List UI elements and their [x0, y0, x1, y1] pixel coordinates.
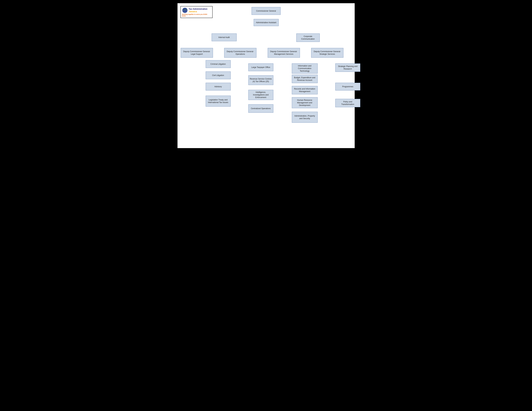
logo-box: Tax Administration Jamaica Working toget… — [180, 6, 213, 18]
strategic-planning-box: Strategic Planning and Research — [335, 64, 360, 72]
centralized-operations-box: Centralized Operations — [248, 104, 273, 113]
policy-transformation-box: Policy and Transformation — [335, 99, 360, 107]
intelligence-box: Intelligence, Investigations and Enforce… — [248, 90, 273, 100]
page: Tax Administration Jamaica Working toget… — [178, 3, 355, 148]
deputy-operations-box: Deputy Commissioner General- Operations — [224, 48, 256, 58]
internal-audit-box: Internal Audit — [212, 34, 237, 41]
programmes-box: Programmes — [335, 83, 360, 91]
ict-box: Information and Communication Technology — [292, 64, 318, 74]
logo-area: Tax Administration Jamaica Working toget… — [180, 6, 213, 18]
civil-litigation-box: Civil Litigation — [206, 72, 231, 79]
advisory-box: Advisory — [206, 83, 231, 91]
deputy-strategic-box: Deputy Commissioner General- Strategic S… — [311, 48, 343, 58]
commissioner-general-box: Commissioner General — [252, 7, 281, 15]
budget-expenditure-box: Budget, Expenditure and Revenue Account — [292, 75, 318, 83]
deputy-legal-box: Deputy Commissioner General- Legal Suppo… — [181, 48, 213, 58]
hr-mgmt-box: Human Resource Management and Developmen… — [292, 97, 318, 108]
admin-assistant-box: Administrative Assistant — [254, 19, 279, 26]
deputy-management-box: Deputy Commissioner General- Management … — [268, 48, 300, 58]
records-mgmt-box: Records and Information Management — [292, 86, 318, 94]
logo-tagline: Working together to serve you EVEN bette… — [182, 14, 211, 17]
revenue-service-box: Revenue Service Centres (4) Tax Offices … — [248, 75, 273, 85]
logo-org-name: Tax Administration Jamaica — [189, 8, 208, 13]
admin-property-box: Administration, Property and Security — [292, 112, 318, 123]
large-taxpayer-box: Large Taxpayer Office — [248, 64, 273, 71]
criminal-litigation-box: Criminal Litigation — [206, 60, 231, 68]
corporate-communication-box: Corporate Communication — [296, 34, 320, 42]
globe-icon — [182, 7, 188, 13]
legislation-treaty-box: Legislation Treaty and International Tax… — [206, 96, 231, 107]
